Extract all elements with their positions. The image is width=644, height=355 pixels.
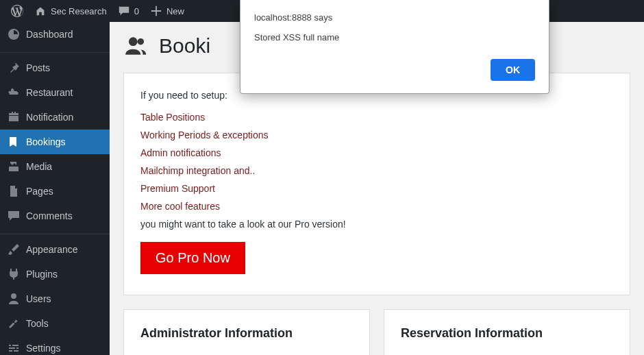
sidebar-item-tools[interactable]: Tools — [0, 311, 110, 336]
sidebar-item-restaurant[interactable]: Restaurant — [0, 80, 110, 105]
page-icon — [7, 184, 21, 198]
sidebar-item-pages[interactable]: Pages — [0, 179, 110, 204]
reservation-info-card: Reservation Information — [384, 309, 630, 355]
sidebar-item-label: Plugins — [26, 269, 58, 280]
site-name: Sec Research — [51, 6, 107, 16]
dialog-message: Stored XSS full name — [254, 32, 535, 42]
sliders-icon — [7, 341, 21, 355]
admin-sidebar: Dashboard Posts Restaurant Notification … — [0, 22, 110, 355]
feature-item[interactable]: More cool features — [140, 201, 613, 212]
people-icon — [123, 33, 149, 59]
media-icon — [7, 160, 21, 173]
sidebar-item-users[interactable]: Users — [0, 286, 110, 311]
home-icon — [34, 5, 47, 17]
add-new-label: New — [166, 6, 184, 16]
wrench-icon — [7, 317, 21, 330]
sidebar-item-bookings[interactable]: Bookings — [0, 130, 110, 154]
dialog-ok-button[interactable]: OK — [491, 59, 535, 81]
pin-icon — [7, 61, 21, 75]
food-icon — [7, 86, 21, 99]
go-pro-button[interactable]: Go Pro Now — [140, 242, 245, 274]
sidebar-item-label: Restaurant — [26, 87, 73, 98]
sidebar-item-label: Bookings — [26, 136, 66, 147]
plug-icon — [7, 267, 21, 281]
menu-separator — [0, 49, 110, 53]
sidebar-item-comments[interactable]: Comments — [0, 204, 110, 228]
feature-item[interactable]: Table Positions — [140, 112, 613, 123]
sidebar-item-label: Comments — [26, 210, 73, 221]
comments-icon — [7, 209, 21, 223]
sidebar-item-label: Media — [26, 161, 52, 172]
feature-item[interactable]: Mailchimp integration and.. — [140, 165, 613, 176]
sidebar-item-label: Posts — [26, 62, 50, 73]
sidebar-item-label: Settings — [26, 343, 61, 354]
sidebar-item-label: Users — [26, 293, 51, 304]
card-title: Administrator Information — [140, 326, 353, 341]
admin-info-card: Administrator Information — [123, 309, 370, 355]
wp-logo[interactable] — [5, 0, 29, 22]
sidebar-item-media[interactable]: Media — [0, 154, 110, 179]
setup-outro: you might want to take a look at our Pro… — [140, 219, 613, 230]
comment-icon — [118, 5, 130, 17]
brush-icon — [7, 243, 21, 256]
alert-dialog: localhost:8888 says Stored XSS full name… — [240, 0, 549, 94]
sidebar-item-label: Dashboard — [26, 29, 73, 40]
sidebar-item-notification[interactable]: Notification — [0, 105, 110, 130]
sidebar-item-appearance[interactable]: Appearance — [0, 237, 110, 262]
sidebar-item-label: Appearance — [26, 244, 78, 255]
comment-count: 0 — [134, 6, 139, 16]
site-home[interactable]: Sec Research — [29, 0, 112, 22]
sidebar-item-label: Notification — [26, 112, 73, 123]
sidebar-item-plugins[interactable]: Plugins — [0, 262, 110, 286]
sidebar-item-label: Pages — [26, 186, 53, 197]
sidebar-item-settings[interactable]: Settings — [0, 336, 110, 355]
add-new[interactable]: New — [145, 0, 190, 22]
dashboard-icon — [7, 27, 21, 41]
feature-item[interactable]: Admin notifications — [140, 147, 613, 158]
page-title: Booki — [159, 34, 210, 58]
bookings-icon — [7, 135, 21, 149]
comments-link[interactable]: 0 — [112, 0, 145, 22]
menu-separator — [0, 231, 110, 234]
plus-icon — [150, 5, 162, 17]
feature-item[interactable]: Working Periods & exceptions — [140, 130, 613, 140]
user-icon — [7, 292, 21, 306]
calendar-icon — [7, 110, 21, 124]
card-title: Reservation Information — [401, 326, 613, 341]
wordpress-icon — [11, 5, 23, 17]
sidebar-item-posts[interactable]: Posts — [0, 56, 110, 80]
feature-item[interactable]: Premium Support — [140, 183, 613, 194]
setup-panel: If you need to setup: Table Positions Wo… — [123, 73, 630, 295]
dialog-title: localhost:8888 says — [254, 12, 535, 23]
sidebar-item-dashboard[interactable]: Dashboard — [0, 22, 110, 47]
sidebar-item-label: Tools — [26, 318, 49, 329]
